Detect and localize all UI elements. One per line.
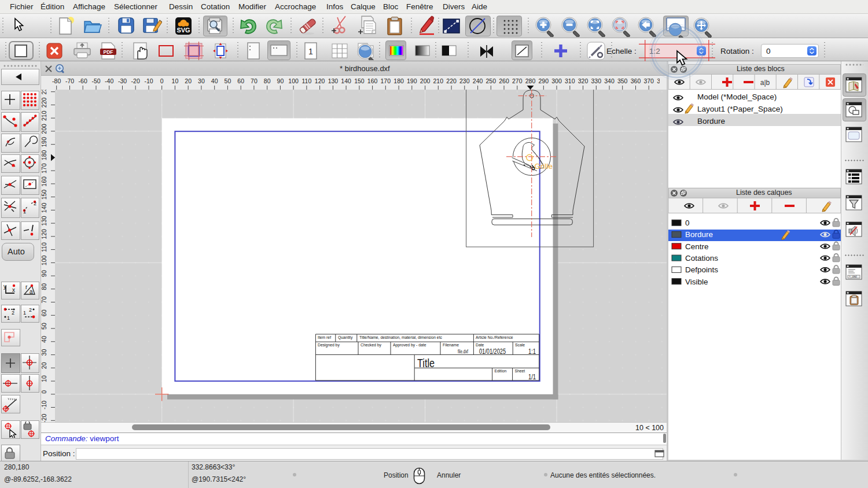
- svg-text:-30: -30: [118, 77, 127, 84]
- svg-text:110: 110: [302, 77, 312, 84]
- svg-text:90: 90: [277, 77, 284, 84]
- svg-text:240: 240: [473, 77, 483, 84]
- svg-text:y: y: [3, 283, 6, 290]
- svg-text:Visible: Visible: [685, 278, 708, 286]
- svg-text:-50: -50: [91, 77, 100, 84]
- svg-text:Approved by - date: Approved by - date: [393, 343, 426, 347]
- svg-text:-70: -70: [65, 77, 74, 84]
- svg-text:1: 1: [23, 310, 26, 316]
- svg-text:Item ref: Item ref: [318, 335, 331, 339]
- svg-text:Sheet: Sheet: [515, 369, 525, 373]
- svg-text:270: 270: [512, 77, 523, 84]
- svg-text:130: 130: [41, 216, 47, 226]
- svg-text:100: 100: [288, 77, 299, 84]
- svg-text:140: 140: [341, 77, 351, 84]
- svg-text:290: 290: [539, 77, 549, 84]
- svg-text:230: 230: [459, 77, 470, 84]
- svg-text:Grille: Grille: [535, 162, 553, 171]
- svg-text:-20: -20: [41, 414, 47, 422]
- svg-text:-10: -10: [144, 77, 153, 84]
- svg-text:230: 230: [41, 90, 47, 94]
- svg-text:140: 140: [41, 202, 47, 213]
- svg-text:220: 220: [41, 97, 47, 108]
- svg-text:210: 210: [433, 77, 444, 84]
- svg-text:160: 160: [367, 77, 378, 84]
- svg-text:Title/Name, destination, mater: Title/Name, destination, material, dimen…: [359, 335, 443, 339]
- svg-text:0: 0: [41, 390, 47, 394]
- svg-text:file.dxf: file.dxf: [458, 349, 468, 354]
- svg-text:PDF: PDF: [104, 49, 113, 55]
- svg-text:1/1: 1/1: [528, 373, 536, 381]
- svg-text:180: 180: [393, 77, 404, 84]
- svg-text:10: 10: [172, 77, 179, 84]
- svg-text:170: 170: [41, 163, 47, 173]
- svg-text:Centre: Centre: [685, 242, 709, 251]
- svg-text:-40: -40: [105, 77, 113, 84]
- svg-text:220: 220: [446, 77, 457, 84]
- svg-text:0: 0: [685, 219, 690, 227]
- svg-text:Checked by: Checked by: [361, 343, 381, 347]
- svg-text:10: 10: [41, 375, 47, 382]
- svg-text:30: 30: [198, 77, 205, 84]
- svg-text:100: 100: [41, 255, 47, 265]
- svg-text:180: 180: [41, 150, 47, 160]
- svg-text:310: 310: [565, 77, 575, 84]
- svg-text:60: 60: [237, 77, 244, 84]
- svg-text:50: 50: [225, 77, 231, 84]
- svg-text:160: 160: [41, 176, 47, 187]
- svg-text:Model (*Model_Space): Model (*Model_Space): [697, 93, 777, 101]
- svg-text:30: 30: [41, 349, 47, 356]
- svg-text:01/01/2025: 01/01/2025: [479, 347, 506, 356]
- svg-text:70: 70: [251, 77, 258, 84]
- svg-text:190: 190: [407, 77, 417, 84]
- svg-text:40: 40: [211, 77, 218, 84]
- svg-text:Defpoints: Defpoints: [685, 265, 718, 274]
- svg-text:200: 200: [41, 124, 47, 134]
- svg-text:Layout1 (*Paper_Space): Layout1 (*Paper_Space): [697, 105, 783, 113]
- svg-text:SVG: SVG: [176, 27, 190, 34]
- svg-text:320: 320: [578, 77, 589, 84]
- svg-text:60: 60: [41, 309, 47, 316]
- svg-text:a|b: a|b: [760, 79, 770, 87]
- svg-text:a: a: [30, 289, 33, 295]
- svg-text:50: 50: [41, 323, 47, 330]
- svg-text:Designed by: Designed by: [318, 343, 340, 347]
- svg-text:90: 90: [41, 270, 47, 277]
- svg-text:-60: -60: [79, 77, 87, 84]
- svg-text:>_cmd: >_cmd: [849, 275, 857, 278]
- svg-text:1: 1: [23, 209, 26, 215]
- svg-text:120: 120: [41, 229, 47, 239]
- svg-text:350: 350: [617, 77, 628, 84]
- svg-text:1: 1: [308, 47, 313, 56]
- svg-text:200: 200: [420, 77, 431, 84]
- svg-text:-10: -10: [41, 401, 47, 409]
- svg-text:Date: Date: [476, 343, 484, 347]
- svg-text:Quantity: Quantity: [338, 335, 353, 340]
- svg-text:190: 190: [41, 137, 47, 147]
- svg-text:Scale: Scale: [515, 343, 525, 347]
- svg-text:360: 360: [631, 77, 641, 84]
- svg-text:r: r: [25, 284, 28, 290]
- svg-text:Edition: Edition: [495, 369, 507, 373]
- svg-text:0: 0: [160, 77, 164, 84]
- svg-text:x: x: [12, 287, 15, 293]
- svg-text:Filename: Filename: [443, 343, 459, 347]
- svg-text:120: 120: [315, 77, 325, 84]
- svg-text:Title: Title: [417, 357, 435, 369]
- svg-text:260: 260: [499, 77, 509, 84]
- svg-text:330: 330: [591, 77, 602, 84]
- svg-text:2: 2: [34, 201, 36, 206]
- svg-text:210: 210: [41, 110, 47, 121]
- svg-text:300: 300: [551, 77, 562, 84]
- svg-text:Bordure: Bordure: [685, 230, 713, 239]
- svg-text:280: 280: [525, 77, 536, 84]
- svg-text:80: 80: [264, 77, 271, 84]
- svg-text:110: 110: [41, 242, 47, 252]
- svg-text:130: 130: [328, 77, 339, 84]
- svg-text:2: 2: [12, 310, 14, 316]
- svg-text:-20: -20: [131, 77, 140, 84]
- svg-text:Cotations: Cotations: [685, 254, 718, 263]
- svg-text:-80: -80: [52, 77, 61, 84]
- svg-text:1:1: 1:1: [528, 347, 536, 356]
- svg-text:170: 170: [381, 77, 391, 84]
